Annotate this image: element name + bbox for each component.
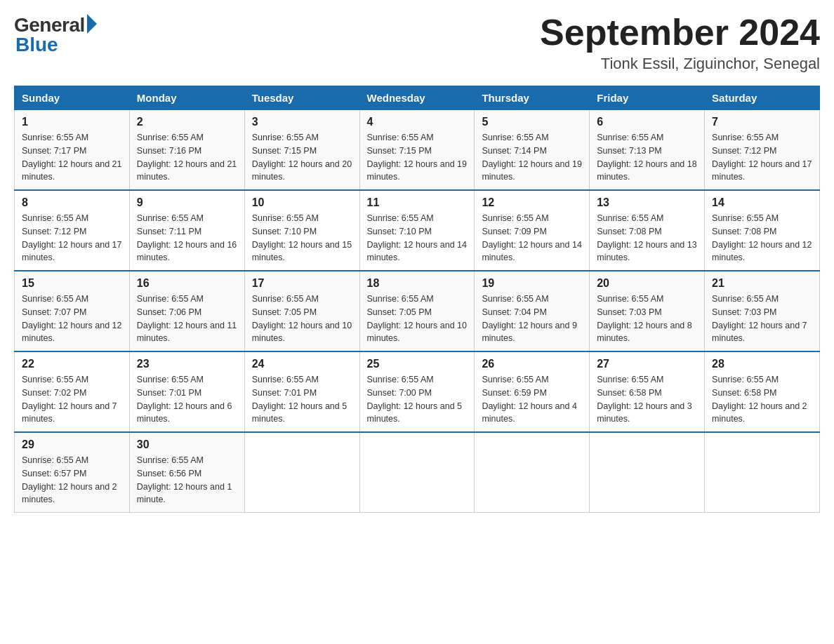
day-info: Sunrise: 6:55 AMSunset: 7:07 PMDaylight:… [22,293,122,345]
daylight-text: Daylight: 12 hours and 17 minutes. [712,158,812,185]
table-row: 27Sunrise: 6:55 AMSunset: 6:58 PMDayligh… [590,351,705,432]
calendar-header-row: Sunday Monday Tuesday Wednesday Thursday… [15,86,820,110]
daylight-text: Daylight: 12 hours and 4 minutes. [482,400,582,427]
table-row: 26Sunrise: 6:55 AMSunset: 6:59 PMDayligh… [475,351,590,432]
day-number: 23 [137,358,237,370]
day-number: 2 [137,116,237,128]
day-number: 5 [482,116,582,128]
daylight-text: Daylight: 12 hours and 2 minutes. [22,481,122,507]
day-info: Sunrise: 6:55 AMSunset: 7:13 PMDaylight:… [597,131,697,184]
day-info: Sunrise: 6:55 AMSunset: 7:15 PMDaylight:… [252,131,352,184]
sunrise-text: Sunrise: 6:55 AM [367,212,468,225]
sunrise-text: Sunrise: 6:55 AM [597,212,697,225]
day-info: Sunrise: 6:55 AMSunset: 6:56 PMDaylight:… [137,454,237,507]
day-info: Sunrise: 6:55 AMSunset: 7:03 PMDaylight:… [712,293,812,345]
sunset-text: Sunset: 7:07 PM [22,306,122,319]
day-number: 19 [482,277,582,290]
day-number: 11 [367,196,468,209]
sunrise-text: Sunrise: 6:55 AM [597,373,697,387]
day-number: 8 [22,196,122,209]
table-row: 14Sunrise: 6:55 AMSunset: 7:08 PMDayligh… [705,190,820,271]
day-info: Sunrise: 6:55 AMSunset: 7:08 PMDaylight:… [712,212,812,264]
sunset-text: Sunset: 6:57 PM [22,467,122,481]
sunrise-text: Sunrise: 6:55 AM [137,131,237,145]
sunrise-text: Sunrise: 6:55 AM [597,131,697,145]
table-row: 18Sunrise: 6:55 AMSunset: 7:05 PMDayligh… [359,271,475,351]
sunrise-text: Sunrise: 6:55 AM [482,293,582,306]
day-info: Sunrise: 6:55 AMSunset: 7:14 PMDaylight:… [482,131,582,184]
day-number: 21 [712,277,812,290]
table-row: 22Sunrise: 6:55 AMSunset: 7:02 PMDayligh… [15,351,130,432]
daylight-text: Daylight: 12 hours and 7 minutes. [22,400,122,427]
daylight-text: Daylight: 12 hours and 10 minutes. [367,319,468,346]
table-row [705,432,820,513]
day-number: 9 [137,196,237,209]
sunset-text: Sunset: 7:09 PM [482,225,582,239]
sunset-text: Sunset: 7:03 PM [597,306,697,319]
day-info: Sunrise: 6:55 AMSunset: 7:10 PMDaylight:… [367,212,468,264]
sunset-text: Sunset: 7:00 PM [367,387,468,400]
calendar-table: Sunday Monday Tuesday Wednesday Thursday… [14,86,820,513]
table-row: 9Sunrise: 6:55 AMSunset: 7:11 PMDaylight… [129,190,244,271]
table-row: 8Sunrise: 6:55 AMSunset: 7:12 PMDaylight… [15,190,130,271]
day-number: 30 [137,438,237,451]
header-thursday: Thursday [475,86,590,110]
header-tuesday: Tuesday [244,86,359,110]
daylight-text: Daylight: 12 hours and 11 minutes. [137,319,237,346]
table-row: 11Sunrise: 6:55 AMSunset: 7:10 PMDayligh… [359,190,475,271]
daylight-text: Daylight: 12 hours and 10 minutes. [252,319,352,346]
daylight-text: Daylight: 12 hours and 20 minutes. [252,158,352,185]
day-info: Sunrise: 6:55 AMSunset: 6:57 PMDaylight:… [22,454,122,507]
day-number: 3 [252,116,352,128]
header-wednesday: Wednesday [359,86,475,110]
sunrise-text: Sunrise: 6:55 AM [137,212,237,225]
day-info: Sunrise: 6:55 AMSunset: 7:00 PMDaylight:… [367,373,468,426]
sunrise-text: Sunrise: 6:55 AM [367,373,468,387]
day-number: 22 [22,358,122,370]
day-info: Sunrise: 6:55 AMSunset: 7:05 PMDaylight:… [367,293,468,345]
daylight-text: Daylight: 12 hours and 13 minutes. [597,239,697,265]
logo-triangle-icon [87,14,97,34]
daylight-text: Daylight: 12 hours and 19 minutes. [367,158,468,185]
calendar-week-row: 29Sunrise: 6:55 AMSunset: 6:57 PMDayligh… [15,432,820,513]
day-number: 25 [367,358,468,370]
sunrise-text: Sunrise: 6:55 AM [712,131,812,145]
day-info: Sunrise: 6:55 AMSunset: 7:15 PMDaylight:… [367,131,468,184]
day-number: 16 [137,277,237,290]
title-section: September 2024 Tionk Essil, Ziguinchor, … [540,14,820,73]
sunrise-text: Sunrise: 6:55 AM [22,454,122,467]
daylight-text: Daylight: 12 hours and 16 minutes. [137,239,237,265]
day-number: 29 [22,438,122,451]
table-row [359,432,475,513]
daylight-text: Daylight: 12 hours and 17 minutes. [22,239,122,265]
table-row: 29Sunrise: 6:55 AMSunset: 6:57 PMDayligh… [15,432,130,513]
sunset-text: Sunset: 7:04 PM [482,306,582,319]
sunset-text: Sunset: 6:56 PM [137,467,237,481]
daylight-text: Daylight: 12 hours and 18 minutes. [597,158,697,185]
day-info: Sunrise: 6:55 AMSunset: 7:03 PMDaylight:… [597,293,697,345]
day-info: Sunrise: 6:55 AMSunset: 7:04 PMDaylight:… [482,293,582,345]
day-number: 12 [482,196,582,209]
daylight-text: Daylight: 12 hours and 2 minutes. [712,400,812,427]
daylight-text: Daylight: 12 hours and 6 minutes. [137,400,237,427]
sunset-text: Sunset: 7:06 PM [137,306,237,319]
day-info: Sunrise: 6:55 AMSunset: 7:16 PMDaylight:… [137,131,237,184]
sunset-text: Sunset: 6:58 PM [712,387,812,400]
sunset-text: Sunset: 7:01 PM [137,387,237,400]
page-header: General Blue September 2024 Tionk Essil,… [14,14,820,73]
sunset-text: Sunset: 6:58 PM [597,387,697,400]
table-row: 19Sunrise: 6:55 AMSunset: 7:04 PMDayligh… [475,271,590,351]
day-info: Sunrise: 6:55 AMSunset: 6:58 PMDaylight:… [597,373,697,426]
daylight-text: Daylight: 12 hours and 5 minutes. [252,400,352,427]
day-number: 14 [712,196,812,209]
day-number: 27 [597,358,697,370]
day-info: Sunrise: 6:55 AMSunset: 7:17 PMDaylight:… [22,131,122,184]
day-info: Sunrise: 6:55 AMSunset: 7:01 PMDaylight:… [252,373,352,426]
daylight-text: Daylight: 12 hours and 5 minutes. [367,400,468,427]
sunset-text: Sunset: 7:08 PM [712,225,812,239]
table-row: 20Sunrise: 6:55 AMSunset: 7:03 PMDayligh… [590,271,705,351]
sunrise-text: Sunrise: 6:55 AM [367,293,468,306]
sunset-text: Sunset: 7:11 PM [137,225,237,239]
day-info: Sunrise: 6:55 AMSunset: 7:12 PMDaylight:… [712,131,812,184]
sunset-text: Sunset: 7:05 PM [367,306,468,319]
